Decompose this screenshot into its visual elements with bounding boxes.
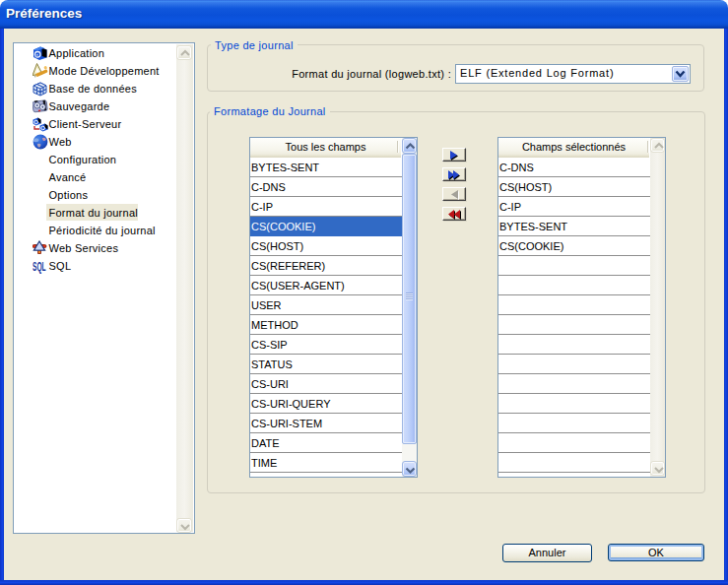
svg-text:SQL: SQL [33, 260, 46, 274]
